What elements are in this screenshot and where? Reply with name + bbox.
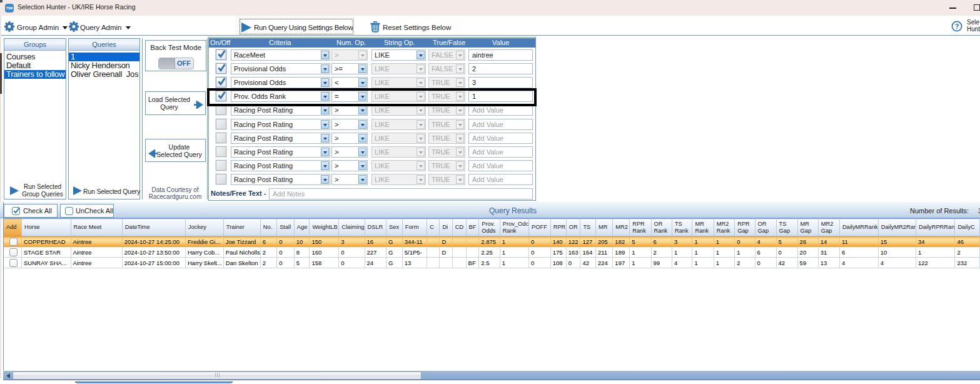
- svg-text:?: ?: [955, 23, 959, 30]
